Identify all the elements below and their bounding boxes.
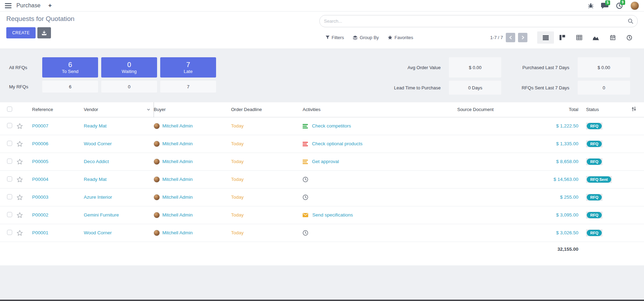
activity-label[interactable]: Get approval	[312, 159, 339, 164]
favorite-star-icon[interactable]	[17, 194, 32, 200]
favorites-button[interactable]: Favorites	[388, 35, 413, 40]
column-header-status[interactable]: Status	[578, 102, 624, 117]
select-all-checkbox[interactable]	[7, 107, 12, 112]
favorite-star-icon[interactable]	[17, 141, 32, 147]
favorite-star-icon[interactable]	[17, 230, 32, 236]
table-row[interactable]: P00001 Wood Corner Mitchell Admin Today …	[0, 224, 644, 242]
buyer-link[interactable]: Mitchell Admin	[162, 230, 193, 235]
window-bottom-edge	[0, 300, 644, 301]
table-row[interactable]: P00002 Gemini Furniture Mitchell Admin T…	[0, 206, 644, 224]
kanban-view-button[interactable]	[554, 31, 571, 44]
table-row[interactable]: P00004 Ready Mat Mitchell Admin Today $ …	[0, 170, 644, 188]
filters-button[interactable]: Filters	[326, 35, 344, 40]
row-checkbox[interactable]	[7, 159, 12, 164]
table-row[interactable]: P00006 Wood Corner Mitchell Admin Today …	[0, 135, 644, 153]
row-checkbox[interactable]	[7, 212, 12, 217]
activity-view-button[interactable]	[621, 31, 638, 44]
messages-icon[interactable]: 5	[601, 3, 608, 9]
favorite-star-icon[interactable]	[17, 212, 32, 218]
column-header-source-document[interactable]: Source Document	[435, 102, 516, 117]
total-amount: $ 1,222.50	[556, 123, 578, 129]
reference-link[interactable]: P00001	[32, 230, 49, 235]
total-amount: $ 3,095.00	[556, 212, 578, 218]
status-badge: RFQ	[587, 141, 602, 147]
reference-link[interactable]: P00006	[32, 141, 49, 146]
tile-to-send[interactable]: 6 To Send	[42, 57, 98, 78]
activity-label[interactable]: Check competitors	[312, 123, 351, 129]
buyer-link[interactable]: Mitchell Admin	[162, 141, 193, 146]
table-row[interactable]: P00003 Azure Interior Mitchell Admin Tod…	[0, 188, 644, 206]
activity-clock-icon[interactable]	[303, 230, 308, 236]
tile-late[interactable]: 7 Late	[160, 57, 216, 78]
favorite-star-icon[interactable]	[17, 159, 32, 164]
reference-link[interactable]: P00005	[32, 159, 49, 164]
table-row[interactable]: P00005 Deco Addict Mitchell Admin Today …	[0, 153, 644, 170]
optional-columns-icon[interactable]	[631, 107, 636, 111]
activity-clock-icon[interactable]	[303, 177, 308, 182]
import-button[interactable]	[37, 27, 51, 38]
favorite-star-icon[interactable]	[17, 123, 32, 129]
search-input[interactable]	[324, 19, 628, 24]
activities-clock-icon[interactable]: 9	[616, 2, 623, 9]
column-header-order-deadline[interactable]: Order Deadline	[231, 102, 303, 117]
order-deadline-value: Today	[231, 177, 244, 182]
user-avatar[interactable]	[630, 1, 639, 10]
group-by-button[interactable]: Group By	[353, 35, 379, 40]
reference-link[interactable]: P00007	[32, 123, 49, 129]
column-header-total[interactable]: Total	[516, 102, 578, 117]
my-late-count[interactable]: 7	[160, 81, 216, 93]
debug-bug-icon[interactable]	[588, 3, 593, 8]
activity-clock-icon[interactable]	[303, 194, 308, 200]
column-header-activities[interactable]: Activities	[303, 102, 435, 117]
row-checkbox[interactable]	[7, 230, 12, 235]
tasks-icon[interactable]	[303, 142, 308, 146]
row-checkbox[interactable]	[7, 176, 12, 182]
tasks-icon[interactable]	[303, 160, 308, 164]
app-menu-title[interactable]: Purchase	[16, 2, 40, 9]
row-checkbox[interactable]	[7, 123, 12, 128]
search-icon[interactable]	[628, 19, 633, 24]
vendor-link[interactable]: Azure Interior	[84, 194, 112, 200]
buyer-link[interactable]: Mitchell Admin	[162, 194, 193, 199]
pager-next-button[interactable]	[518, 33, 527, 42]
vendor-link[interactable]: Ready Mat	[84, 123, 106, 129]
buyer-link[interactable]: Mitchell Admin	[162, 212, 193, 217]
reference-link[interactable]: P00002	[32, 212, 49, 218]
reference-link[interactable]: P00003	[32, 194, 49, 200]
control-panel: Requests for Quotation CREATE Filters	[0, 12, 644, 49]
vendor-link[interactable]: Ready Mat	[84, 177, 106, 182]
buyer-avatar	[154, 123, 160, 129]
envelope-icon[interactable]	[303, 213, 308, 217]
buyer-link[interactable]: Mitchell Admin	[162, 159, 193, 164]
search-bar[interactable]	[319, 15, 638, 27]
reference-link[interactable]: P00004	[32, 177, 49, 182]
graph-view-button[interactable]	[587, 31, 604, 44]
table-row[interactable]: P00007 Ready Mat Mitchell Admin Today Ch…	[0, 117, 644, 135]
vendor-link[interactable]: Wood Corner	[84, 141, 112, 146]
new-tab-plus-icon[interactable]: +	[48, 2, 52, 9]
pivot-view-button[interactable]	[571, 31, 587, 44]
my-waiting-count[interactable]: 0	[101, 81, 157, 93]
create-button[interactable]: CREATE	[6, 27, 36, 38]
tasks-icon[interactable]	[303, 124, 308, 129]
row-checkbox[interactable]	[7, 194, 12, 199]
vendor-link[interactable]: Wood Corner	[84, 230, 112, 235]
column-header-vendor[interactable]: Vendor	[84, 102, 154, 117]
my-to-send-count[interactable]: 6	[42, 81, 98, 93]
menu-hamburger-icon[interactable]	[5, 3, 12, 8]
activity-label[interactable]: Send specifications	[312, 212, 353, 218]
row-checkbox[interactable]	[7, 141, 12, 146]
pager-previous-button[interactable]	[506, 33, 515, 42]
buyer-link[interactable]: Mitchell Admin	[162, 176, 193, 182]
activity-label[interactable]: Check optional products	[312, 141, 363, 146]
list-view-button[interactable]	[537, 31, 554, 44]
column-header-buyer[interactable]: Buyer	[154, 102, 231, 117]
status-badge: RFQ	[587, 123, 602, 129]
tile-waiting[interactable]: 0 Waiting	[101, 57, 157, 78]
vendor-link[interactable]: Gemini Furniture	[84, 212, 119, 218]
vendor-link[interactable]: Deco Addict	[84, 159, 109, 164]
calendar-view-button[interactable]	[604, 31, 621, 44]
favorite-star-icon[interactable]	[17, 177, 32, 182]
buyer-link[interactable]: Mitchell Admin	[162, 123, 193, 128]
column-header-reference[interactable]: Reference	[32, 102, 84, 117]
